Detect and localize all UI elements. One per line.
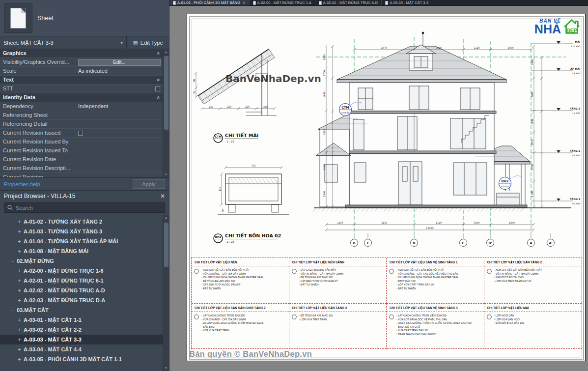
- property-value[interactable]: [76, 173, 163, 178]
- edit-overrides-button[interactable]: Edit...: [78, 59, 161, 66]
- notes-line: - VỮA XI MĂNG - CÁT 75# DÀY 20MM: [299, 272, 385, 276]
- notes-line: - 03 LỚP DUNG DỊCH CHỐNG THẤM MASTER SEA…: [396, 276, 482, 280]
- tree-item[interactable]: +A-03-04 - MẶT CẮT 4-4: [0, 344, 163, 354]
- tree-item-label: A-01-02 - TƯỜNG XÂY TẦNG 2: [24, 219, 102, 225]
- drawing-canvas[interactable]: 2070301011202400287027001940181015302330…: [169, 6, 588, 371]
- notes-cell-title: CHI TIẾT LỚP VẬT LIỆU MÁI: [484, 304, 582, 312]
- property-value[interactable]: [76, 138, 163, 146]
- expander-icon[interactable]: +: [17, 228, 22, 234]
- expander-icon[interactable]: -: [10, 307, 15, 313]
- notes-line: - TRẦN THẠCH CAO CHỊU NƯỚC: [396, 333, 482, 337]
- close-icon[interactable]: ✕: [160, 193, 165, 200]
- property-row: Referencing Detail: [0, 120, 163, 129]
- svg-text:1950: 1950: [531, 140, 533, 145]
- search-input[interactable]: [16, 205, 162, 211]
- properties-scrollbar[interactable]: ▲▼: [163, 49, 169, 177]
- property-value[interactable]: Independent: [76, 102, 163, 111]
- notes-cell: CHI TIẾT LỚP VẬT LIỆU SÀN TẦNG 2- XEM CH…: [484, 258, 582, 304]
- property-value[interactable]: [76, 85, 163, 93]
- expander-icon[interactable]: +: [17, 337, 22, 342]
- tree-item[interactable]: +A-02-02 - MẶT ĐỨNG TRỤC A-D: [0, 285, 163, 295]
- expander-icon[interactable]: +: [17, 268, 22, 274]
- view-tab[interactable]: A-01-05 - PHỐI CẢNH 3D MẶT BẰNG✕: [169, 0, 250, 5]
- drawing-sheet[interactable]: 2070301011202400287027001940181015302330…: [187, 14, 586, 361]
- tree-item[interactable]: -02.MẶT ĐỨNG: [0, 256, 163, 266]
- collapse-chevron-icon[interactable]: «: [154, 96, 162, 99]
- apply-button[interactable]: Apply: [133, 179, 165, 189]
- expander-icon[interactable]: +: [17, 238, 22, 244]
- edit-type-button[interactable]: ▦ Edit Type: [127, 36, 169, 49]
- properties-help-link[interactable]: Properties help: [4, 181, 40, 187]
- property-value[interactable]: [76, 111, 163, 119]
- tree-item[interactable]: +A-03-05 - PHỐI CẢNH 3D MẶT CẮT 1-1: [0, 354, 163, 364]
- tree-item[interactable]: +A-02-01 - MẶT ĐỨNG TRỤC 6-1: [0, 276, 163, 285]
- svg-text:1 : 25: 1 : 25: [226, 240, 234, 243]
- expander-icon[interactable]: +: [17, 219, 22, 225]
- tree-item[interactable]: -03.MẶT CẮT: [0, 305, 163, 315]
- revit-app-window: Sheet Sheet: MẶT CẮT 3-3 ▾ ▦ Edit Type G…: [0, 0, 588, 371]
- scroll-up-icon[interactable]: ▲: [163, 49, 169, 55]
- notes-line: - LÁT GẠCH CHỐNG TRƠN 300X300: [201, 314, 287, 318]
- type-selector[interactable]: Sheet: [0, 0, 169, 36]
- property-section-header[interactable]: Graphics«: [0, 49, 163, 58]
- notes-line: - LỚP VỮA DÁN NGÓI: [494, 318, 581, 322]
- property-value[interactable]: [76, 155, 163, 164]
- banvenhadep-logo: BẢN VẼ NHÀ ĐẸP: [534, 17, 581, 35]
- copyright-watermark: Bản quyền © BanVeNhaDep.vn: [189, 349, 312, 359]
- tree-item-label: A-02-03 - MẶT ĐỨNG TRỤC D-A: [24, 297, 105, 303]
- checkbox[interactable]: [78, 131, 83, 136]
- expander-icon[interactable]: +: [17, 317, 22, 323]
- tree-item[interactable]: +A-01-04 - TƯỜNG XÂY TẦNG ÁP MÁI: [0, 236, 163, 246]
- tree-item[interactable]: +A-01-03 - TƯỜNG XÂY TẦNG 3: [0, 227, 163, 236]
- close-tab-icon[interactable]: ✕: [243, 1, 246, 5]
- tree-item[interactable]: +A-01-08 - MẶT BẰNG MÁI: [0, 246, 163, 256]
- tree-item-label: A-03-05 - PHỐI CẢNH 3D MẶT CẮT 1-1: [24, 356, 122, 362]
- keynote-hexagon-icon: [194, 314, 199, 319]
- property-section-header[interactable]: Text«: [0, 76, 163, 85]
- instance-selector-dropdown[interactable]: Sheet: MẶT CẮT 3-3 ▾: [0, 36, 127, 49]
- collapse-chevron-icon[interactable]: «: [154, 78, 162, 81]
- expander-icon[interactable]: +: [17, 248, 22, 254]
- property-row: Referencing Sheet: [0, 111, 163, 120]
- expander-icon[interactable]: +: [17, 356, 22, 362]
- property-section-header[interactable]: Identity Data«: [0, 93, 163, 102]
- expander-icon[interactable]: +: [17, 287, 22, 293]
- scroll-down-icon[interactable]: ▼: [163, 365, 169, 371]
- expander-icon[interactable]: -: [10, 258, 15, 264]
- view-tab[interactable]: A-02-02 - MẶT ĐỨNG TRỤC A-D: [315, 0, 382, 5]
- tree-item[interactable]: +A-03-01 - MẶT CẮT 1-1: [0, 315, 163, 325]
- svg-text:1 : 25: 1 : 25: [226, 140, 234, 143]
- property-value[interactable]: Edit...: [76, 58, 163, 66]
- tree-scrollbar[interactable]: ▲▼: [163, 215, 169, 371]
- scroll-up-icon[interactable]: ▲: [163, 215, 169, 221]
- expander-icon[interactable]: +: [17, 297, 22, 303]
- svg-text:1080: 1080: [531, 118, 533, 124]
- tree-item[interactable]: +A-02-00 - MẶT ĐỨNG TRỤC 1-6: [0, 266, 163, 276]
- tree-item-label: 03.MẶT CẮT: [17, 307, 49, 313]
- scroll-down-icon[interactable]: ▼: [163, 171, 169, 177]
- notes-line: - ĐẤT TỰ NHIÊN: [396, 287, 482, 291]
- svg-text:TẦNG 3: TẦNG 3: [570, 107, 580, 110]
- property-label: Referencing Detail: [0, 120, 76, 128]
- tree-item[interactable]: +A-03-02 - MẶT CẮT 2-2: [0, 325, 163, 335]
- property-value[interactable]: [76, 164, 163, 172]
- expander-icon[interactable]: +: [17, 346, 22, 352]
- collapse-chevron-icon[interactable]: «: [154, 52, 162, 55]
- property-value[interactable]: [76, 146, 163, 155]
- tree-item[interactable]: +A-02-03 - MẶT ĐỨNG TRỤC D-A: [0, 295, 163, 305]
- view-tab[interactable]: A-02-00 - MẶT ĐỨNG TRỤC 1-6: [250, 0, 315, 5]
- scrollbar-thumb[interactable]: [164, 56, 168, 130]
- tree-item[interactable]: +A-01-02 - TƯỜNG XÂY TẦNG 2: [0, 217, 163, 227]
- notes-cell-body: - LỚP NGÓI DÁN- LỚP VỮA DÁN NGÓI- SÀN MÁ…: [484, 312, 582, 326]
- notes-cell-title: CHI TIẾT LỚP VẬT LIỆU NỀN: [192, 258, 289, 266]
- property-value[interactable]: [76, 120, 163, 128]
- scrollbar-thumb[interactable]: [164, 223, 168, 267]
- expander-icon[interactable]: +: [17, 278, 22, 284]
- property-value[interactable]: [76, 129, 163, 137]
- tree-item[interactable]: +A-03-03 - MẶT CẮT 3-3: [0, 335, 163, 344]
- expander-icon[interactable]: +: [17, 327, 22, 333]
- view-tab-label: A-02-02 - MẶT ĐỨNG TRỤC A-D: [323, 0, 378, 5]
- property-value[interactable]: As indicated: [76, 67, 163, 75]
- view-tab[interactable]: A-03-03 - MẶT CẮT 3-3: [382, 0, 432, 5]
- checkbox[interactable]: [155, 86, 160, 91]
